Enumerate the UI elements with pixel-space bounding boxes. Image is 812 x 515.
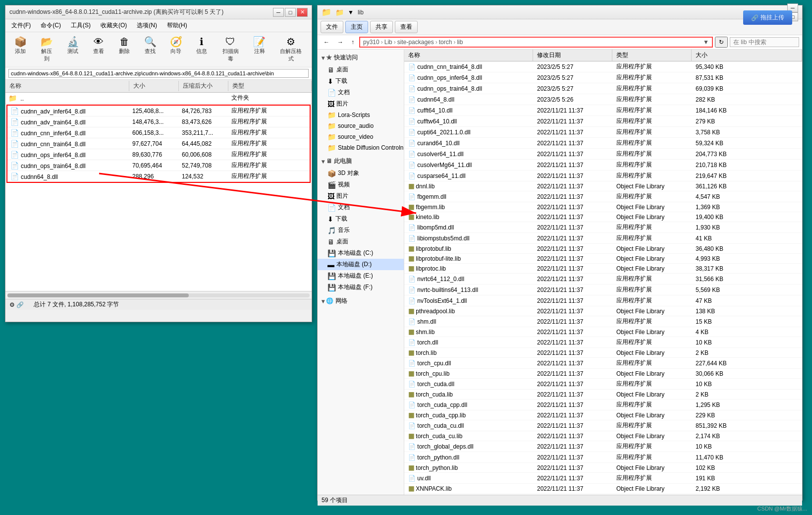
close-btn[interactable]: ✕ xyxy=(297,8,308,17)
explorer-file-row[interactable]: 📄 shm.dll 2022/11/21 11:37 应用程序扩展 15 KB xyxy=(404,316,802,327)
breadcrumb-py310[interactable]: py310 xyxy=(363,39,379,46)
extract-button[interactable]: 📂解压到 xyxy=(34,34,59,65)
tab-home[interactable]: 主页 xyxy=(345,21,368,33)
test-button[interactable]: 🔬测试 xyxy=(61,34,85,65)
exp-col-date-header[interactable]: 修改日期 xyxy=(533,50,612,61)
up-button[interactable]: ↑ xyxy=(348,37,357,47)
explorer-file-row[interactable]: ▦ libprotobuf-lite.lib 2022/11/21 11:37 … xyxy=(404,254,802,264)
sidebar-item-lora[interactable]: 📁Lora-Scripts xyxy=(318,110,404,120)
explorer-file-row[interactable]: ▦ XNNPACK.lib 2022/11/21 11:37 Object Fi… xyxy=(404,484,802,494)
explorer-file-row[interactable]: ▦ pthreadpool.lib 2022/11/21 11:37 Objec… xyxy=(404,306,802,316)
explorer-file-row[interactable]: 📄 torch_global_deps.dll 2022/11/21 11:37… xyxy=(404,441,802,452)
archive-file-row[interactable]: 📄cudnn_cnn_infer64_8.dll 606,158,3... 35… xyxy=(7,127,310,138)
explorer-file-row[interactable]: 📄 cudnn64_8.dll 2023/2/5 5:26 应用程序扩展 282… xyxy=(404,94,802,105)
sidebar-item-source-video[interactable]: 📁source_video xyxy=(318,131,404,142)
explorer-file-row[interactable]: ▦ torch_cuda_cu.lib 2022/11/21 11:37 Obj… xyxy=(404,431,802,441)
sidebar-item-documents[interactable]: 📄文档 xyxy=(318,87,404,98)
explorer-file-row[interactable]: 📄 nvToolsExt64_1.dll 2022/11/21 11:37 应用… xyxy=(404,295,802,306)
tab-file[interactable]: 文件 xyxy=(321,21,343,33)
archive-hscroll[interactable] xyxy=(5,291,312,299)
exp-col-type-header[interactable]: 类型 xyxy=(612,50,692,61)
search-input[interactable] xyxy=(730,37,799,47)
explorer-file-row[interactable]: 📄 cupti64_2021.1.0.dll 2022/11/21 11:37 … xyxy=(404,127,802,138)
sidebar-item-c-drive[interactable]: 💾本地磁盘 (C:) xyxy=(318,247,404,259)
sidebar-item-downloads[interactable]: ⬇下载 xyxy=(318,75,404,87)
menu-favorites[interactable]: 收藏夹(O) xyxy=(98,20,130,31)
explorer-file-row[interactable]: 📄 curand64_10.dll 2022/11/21 11:37 应用程序扩… xyxy=(404,138,802,149)
col-name-header[interactable]: 名称 xyxy=(5,81,129,91)
explorer-file-row[interactable]: 📄 torch_cuda.dll 2022/11/21 11:37 应用程序扩展… xyxy=(404,379,802,390)
archive-file-row[interactable]: 📄cudnn_cnn_train64_8.dll 97,627,704 64,4… xyxy=(7,138,310,149)
archive-file-row[interactable]: 📄cudnn_ops_infer64_8.dll 89,630,776 60,0… xyxy=(7,149,310,160)
archive-path-input[interactable] xyxy=(8,69,309,78)
explorer-file-row[interactable]: ▦ libprotobuf.lib 2022/11/21 11:37 Objec… xyxy=(404,244,802,254)
explorer-file-row[interactable]: ▦ torch_cuda.lib 2022/11/21 11:37 Object… xyxy=(404,390,802,400)
back-button[interactable]: ← xyxy=(321,37,332,47)
exp-col-size-header[interactable]: 大小 xyxy=(692,50,802,61)
sidebar-item-3d[interactable]: 📦3D 对象 xyxy=(318,168,404,179)
comment-button[interactable]: 📝注释 xyxy=(248,34,271,65)
archive-parent-row[interactable]: 📁 .. 文件夹 xyxy=(5,93,312,104)
archive-file-row[interactable]: 📄cudnn_adv_infer64_8.dll 125,408,8... 84… xyxy=(7,106,310,116)
col-compressed-header[interactable]: 压缩后大小 xyxy=(179,81,228,91)
explorer-file-row[interactable]: 📄 torch.dll 2022/11/21 11:37 应用程序扩展 10 K… xyxy=(404,337,802,348)
menu-options[interactable]: 选项(N) xyxy=(134,20,160,31)
explorer-file-row[interactable]: 📄 nvrtc64_112_0.dll 2022/11/21 11:37 应用程… xyxy=(404,274,802,285)
sidebar-item-pc-pictures[interactable]: 🖼图片 xyxy=(318,190,404,202)
explorer-file-row[interactable]: ▦ dnnl.lib 2022/11/21 11:37 Object File … xyxy=(404,181,802,191)
archive-file-row[interactable]: 📄cudnn_ops_train64_8.dll 70,695,464 52,7… xyxy=(7,160,310,171)
sidebar-item-source-audio[interactable]: 📁source_audio xyxy=(318,120,404,131)
menu-help[interactable]: 帮助(H) xyxy=(164,20,190,31)
sidebar-item-desktop2[interactable]: 🖥桌面 xyxy=(318,236,404,247)
col-size-header[interactable]: 大小 xyxy=(129,81,179,91)
explorer-file-row[interactable]: 📄 torch_cpu.dll 2022/11/21 11:37 应用程序扩展 … xyxy=(404,358,802,369)
explorer-file-row[interactable]: 📄 fbgemm.dll 2022/11/21 11:37 应用程序扩展 4,5… xyxy=(404,191,802,202)
explorer-file-row[interactable]: ▦ fbgemm.lib 2022/11/21 11:37 Object Fil… xyxy=(404,202,802,212)
forward-button[interactable]: → xyxy=(334,37,346,47)
explorer-file-row[interactable]: 📄 cufftw64_10.dll 2022/11/21 11:37 应用程序扩… xyxy=(404,116,802,127)
wizard-button[interactable]: 🧭向导 xyxy=(164,34,188,65)
exp-col-name-header[interactable]: 名称 xyxy=(404,50,533,61)
sidebar-item-videos[interactable]: 🎬视频 xyxy=(318,179,404,190)
explorer-file-row[interactable]: ▦ shm.lib 2022/11/21 11:37 Object File L… xyxy=(404,327,802,337)
sidebar-item-pictures[interactable]: 🖼图片 xyxy=(318,98,404,110)
col-type-header[interactable]: 类型 xyxy=(228,81,312,91)
sidebar-item-stable-diff[interactable]: 📁Stable Diffusion Controlnet xyxy=(318,142,404,153)
explorer-file-row[interactable]: ▦ torch_python.lib 2022/11/21 11:37 Obje… xyxy=(404,463,802,473)
refresh-button[interactable]: ↻ xyxy=(715,37,728,48)
breadcrumb-libfolder[interactable]: lib xyxy=(457,39,463,46)
view-button[interactable]: 👁查看 xyxy=(87,34,110,65)
explorer-file-row[interactable]: ▦ libprotoc.lib 2022/11/21 11:37 Object … xyxy=(404,264,802,274)
explorer-file-row[interactable]: 📄 nvrtc-builtins64_113.dll 2022/11/21 11… xyxy=(404,285,802,295)
explorer-file-row[interactable]: ▦ torch_cuda_cpp.lib 2022/11/21 11:37 Ob… xyxy=(404,410,802,420)
breadcrumb-torch[interactable]: torch xyxy=(439,39,452,46)
explorer-file-row[interactable]: 📄 uv.dll 2022/11/21 11:37 应用程序扩展 191 KB xyxy=(404,473,802,484)
upload-button[interactable]: 🔗 拖挂上传 xyxy=(743,10,792,25)
explorer-file-row[interactable]: ▦ torch_cpu.lib 2022/11/21 11:37 Object … xyxy=(404,369,802,379)
menu-file[interactable]: 文件(F) xyxy=(8,20,34,31)
maximize-btn[interactable]: □ xyxy=(285,8,296,17)
breadcrumb-site-packages[interactable]: site-packages xyxy=(397,39,434,46)
sidebar-item-pc-downloads[interactable]: ⬇下载 xyxy=(318,213,404,225)
explorer-file-row[interactable]: 📄 cusolverMg64_11.dll 2022/11/21 11:37 应… xyxy=(404,160,802,171)
sidebar-item-desktop[interactable]: 🖥桌面 xyxy=(318,64,404,75)
this-pc-header[interactable]: ▾ 🖥 此电脑 xyxy=(318,155,404,168)
explorer-file-row[interactable]: ▦ torch.lib 2022/11/21 11:37 Object File… xyxy=(404,348,802,358)
explorer-file-row[interactable]: ▦ kineto.lib 2022/11/21 11:37 Object Fil… xyxy=(404,212,802,222)
explorer-file-row[interactable]: 📄 zlibwapi.dll 2022/11/21 11:37 应用程序扩展 .… xyxy=(404,494,802,495)
info-button[interactable]: ℹ信息 xyxy=(190,34,214,65)
network-header[interactable]: ▾ 🌐 网络 xyxy=(318,295,404,307)
explorer-file-row[interactable]: 📄 cudnn_ops_infer64_8.dll 2023/2/5 5:27 … xyxy=(404,72,802,83)
quick-access-header[interactable]: ▾ ★ 快速访问 xyxy=(318,52,404,64)
find-button[interactable]: 🔍查找 xyxy=(138,34,162,65)
sidebar-item-music[interactable]: 🎵音乐 xyxy=(318,225,404,236)
sidebar-item-e-drive[interactable]: 💾本地磁盘 (E:) xyxy=(318,270,404,282)
tab-share[interactable]: 共享 xyxy=(370,21,393,33)
scan-button[interactable]: 🛡扫描病毒 xyxy=(216,34,246,65)
explorer-file-row[interactable]: 📄 torch_cuda_cu.dll 2022/11/21 11:37 应用程… xyxy=(404,420,802,431)
sidebar-item-d-drive[interactable]: ▬本地磁盘 (D:) xyxy=(318,259,404,270)
explorer-file-row[interactable]: 📄 cudnn_ops_train64_8.dll 2023/2/5 5:27 … xyxy=(404,83,802,94)
explorer-file-row[interactable]: 📄 cusparse64_11.dll 2022/11/21 11:37 应用程… xyxy=(404,171,802,181)
menu-tools[interactable]: 工具(S) xyxy=(68,20,94,31)
archive-file-row[interactable]: 📄cudnn64_8.dll 288,296 124,532 应用程序扩展 xyxy=(7,171,310,182)
